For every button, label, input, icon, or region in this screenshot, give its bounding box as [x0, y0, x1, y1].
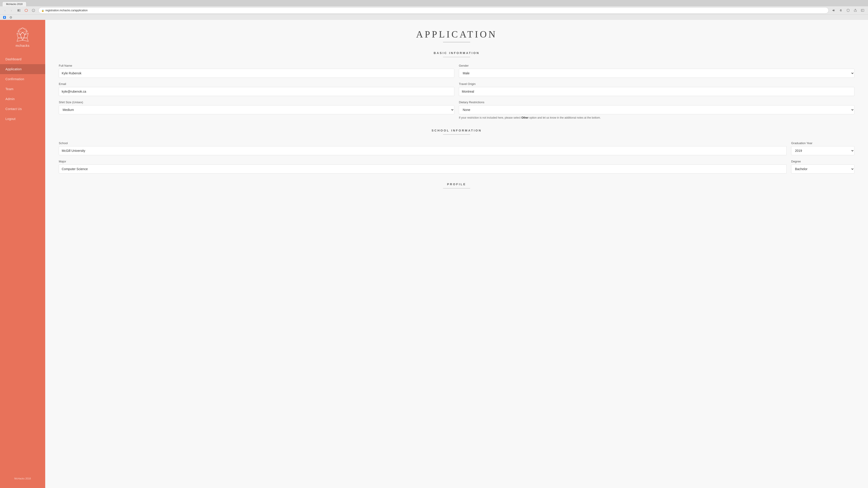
- svg-rect-2: [19, 10, 20, 11]
- school-grad-row: School Graduation Year 2018 2019 2020 20…: [59, 141, 855, 155]
- svg-point-11: [10, 17, 11, 18]
- shield-icon: [846, 9, 850, 12]
- info-button[interactable]: i: [30, 7, 37, 13]
- ssl-lock-icon: 🔒: [41, 9, 44, 12]
- tab-bar: McHacks 2018: [0, 0, 868, 6]
- sidebar: mchacks Dashboard Application Confirmati…: [0, 20, 45, 488]
- school-input[interactable]: [59, 146, 786, 155]
- school-group: School: [59, 141, 786, 155]
- url-text: registration.mchacks.ca/application: [45, 9, 88, 12]
- sidebar-item-application[interactable]: Application: [0, 64, 45, 74]
- graduation-year-select[interactable]: 2018 2019 2020 2021 2022: [791, 146, 855, 155]
- sidebar-nav: Dashboard Application Confirmation Team …: [0, 54, 45, 124]
- svg-line-19: [22, 38, 23, 40]
- basic-info-section-title: BASIC INFORMATION: [59, 51, 855, 55]
- sidebar-item-team[interactable]: Team: [0, 84, 45, 94]
- shield-button[interactable]: [845, 7, 851, 13]
- graduation-year-group: Graduation Year 2018 2019 2020 2021 2022: [791, 141, 855, 155]
- page-title: APPLICATION: [59, 29, 855, 40]
- gender-select[interactable]: Male Female Non-binary Prefer not to say: [459, 69, 855, 78]
- profile-section: PROFILE: [59, 183, 855, 188]
- tab-title: McHacks 2018: [6, 3, 23, 5]
- sidebar-item-contact-us[interactable]: Contact Us: [0, 104, 45, 114]
- extension-button[interactable]: [23, 7, 29, 13]
- dietary-label: Dietary Restrictions: [459, 101, 855, 104]
- reader-view-button[interactable]: [16, 7, 22, 13]
- sidebar-item-logout[interactable]: Logout: [0, 114, 45, 124]
- shirt-size-select[interactable]: XS S Medium L XL XXL: [59, 105, 454, 114]
- dietary-group: Dietary Restrictions None Vegetarian Veg…: [459, 101, 855, 120]
- school-info-section-title: SCHOOL INFORMATION: [59, 129, 855, 132]
- gender-label: Gender: [459, 64, 855, 67]
- browser-tab[interactable]: McHacks 2018: [2, 2, 26, 6]
- svg-rect-0: [18, 9, 19, 11]
- sidebar-button[interactable]: [860, 7, 866, 13]
- page-wrapper: mchacks Dashboard Application Confirmati…: [0, 20, 868, 488]
- degree-select[interactable]: Bachelor Master PhD Other: [791, 164, 855, 173]
- svg-line-21: [27, 31, 28, 33]
- share-button[interactable]: [852, 7, 859, 13]
- basic-info-section: BASIC INFORMATION Full Name Gender Male …: [59, 51, 855, 120]
- svg-rect-7: [861, 9, 864, 11]
- full-name-label: Full Name: [59, 64, 454, 67]
- full-name-input[interactable]: [59, 69, 454, 78]
- bookmarks-bar: [0, 14, 868, 20]
- major-input[interactable]: [59, 164, 786, 173]
- shirt-dietary-row: Shirt Size (Unisex) XS S Medium L XL XXL…: [59, 101, 855, 120]
- info-icon: i: [32, 9, 35, 12]
- email-label: Email: [59, 82, 454, 86]
- major-label: Major: [59, 160, 786, 163]
- facebook-icon: [3, 16, 6, 19]
- email-travel-row: Email Travel Origin: [59, 82, 855, 96]
- browser-chrome: McHacks 2018 ‹ ›: [0, 0, 868, 20]
- share-icon: [854, 9, 857, 12]
- mchacks-logo-icon: [13, 27, 32, 42]
- sidebar-item-dashboard[interactable]: Dashboard: [0, 54, 45, 64]
- name-gender-row: Full Name Gender Male Female Non-binary …: [59, 64, 855, 78]
- sidebar-logo: mchacks: [13, 27, 32, 47]
- major-group: Major: [59, 160, 786, 173]
- travel-origin-label: Travel Origin: [459, 82, 855, 86]
- reader-icon: [18, 9, 21, 12]
- gender-group: Gender Male Female Non-binary Prefer not…: [459, 64, 855, 78]
- refresh-icon: [839, 9, 842, 12]
- address-bar[interactable]: 🔒 registration.mchacks.ca/application: [38, 7, 829, 13]
- back-button[interactable]: ‹: [2, 8, 8, 13]
- volume-icon: [832, 9, 835, 12]
- school-info-underline: [443, 134, 470, 135]
- profile-section-title: PROFILE: [59, 183, 855, 186]
- dietary-select[interactable]: None Vegetarian Vegan Gluten-free Halal …: [459, 105, 855, 114]
- volume-button[interactable]: [831, 7, 837, 13]
- dietary-note: If your restriction is not included here…: [459, 116, 855, 120]
- shirt-size-group: Shirt Size (Unisex) XS S Medium L XL XXL: [59, 101, 454, 120]
- sidebar-item-admin[interactable]: Admin: [0, 94, 45, 104]
- main-content: APPLICATION BASIC INFORMATION Full Name …: [45, 20, 868, 488]
- shirt-size-label: Shirt Size (Unisex): [59, 101, 454, 104]
- degree-label: Degree: [791, 160, 855, 163]
- travel-origin-input[interactable]: [459, 87, 855, 96]
- major-degree-row: Major Degree Bachelor Master PhD Other: [59, 160, 855, 173]
- email-group: Email: [59, 82, 454, 96]
- dietary-note-bold: Other: [521, 116, 528, 119]
- basic-info-underline: [443, 57, 470, 57]
- school-info-section: SCHOOL INFORMATION School Graduation Yea…: [59, 129, 855, 173]
- svg-line-22: [17, 31, 18, 33]
- extension-icon: [25, 9, 28, 12]
- full-name-group: Full Name: [59, 64, 454, 78]
- nav-buttons: ‹ ›: [2, 8, 14, 13]
- sidebar-icon: [861, 9, 864, 12]
- browser-toolbar: ‹ › i: [0, 6, 868, 14]
- settings-bookmark[interactable]: [8, 15, 13, 19]
- svg-rect-3: [19, 11, 20, 11]
- graduation-year-label: Graduation Year: [791, 141, 855, 145]
- svg-text:i: i: [33, 9, 34, 12]
- svg-rect-1: [19, 9, 20, 10]
- school-label: School: [59, 141, 786, 145]
- forward-button[interactable]: ›: [8, 8, 14, 13]
- facebook-bookmark[interactable]: [2, 15, 7, 19]
- sidebar-item-confirmation[interactable]: Confirmation: [0, 74, 45, 84]
- browser-icons: i: [16, 7, 37, 13]
- degree-group: Degree Bachelor Master PhD Other: [791, 160, 855, 173]
- refresh-button[interactable]: [838, 7, 844, 13]
- email-input[interactable]: [59, 87, 454, 96]
